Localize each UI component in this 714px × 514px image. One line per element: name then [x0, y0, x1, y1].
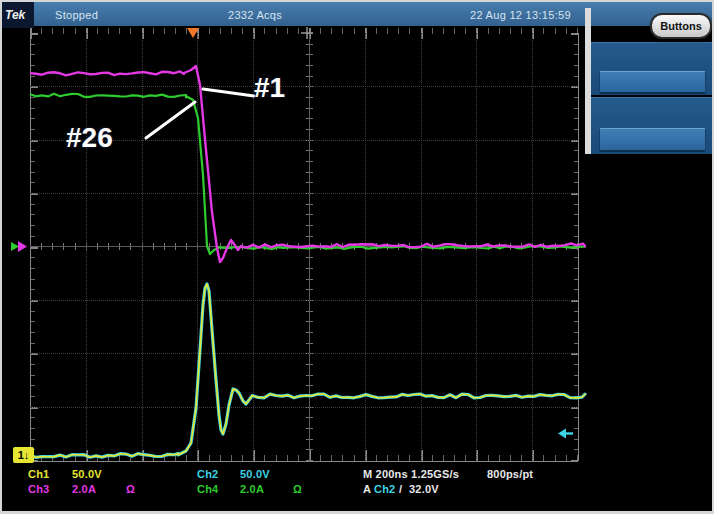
ch3-coupling: Ω — [126, 483, 135, 495]
buttons-button[interactable]: Buttons — [650, 13, 712, 39]
soft-button-2[interactable] — [599, 128, 706, 152]
ch4-label: Ch4 — [197, 483, 218, 495]
trigger-slope-icon: / — [399, 483, 402, 495]
timebase-readout: M 200ns 1.25GS/s — [363, 468, 459, 480]
ch2-scale: 50.0V — [240, 468, 270, 480]
ch4-scale: 2.0A — [240, 483, 264, 495]
pulse1-annotation: #1 — [254, 72, 285, 104]
soft-button-1[interactable] — [599, 71, 706, 94]
ch3-label: Ch3 — [28, 483, 49, 495]
oscilloscope-screen: Tek Stopped 2332 Acqs 22 Aug 12 13:15:59… — [0, 0, 714, 514]
trigger-level: 32.0V — [409, 483, 439, 495]
ch1-label: Ch1 — [28, 468, 49, 480]
trigger-prefix: A — [363, 483, 371, 495]
frame-top — [0, 0, 714, 2]
frame-left — [0, 0, 2, 514]
ch3-scale: 2.0A — [72, 483, 96, 495]
ch1-scale: 50.0V — [72, 468, 102, 480]
pulse26-annotation: #26 — [66, 122, 113, 154]
ch2-label: Ch2 — [197, 468, 218, 480]
ch1-position-marker: 1↓ — [13, 447, 34, 463]
screen-panel-divider — [585, 8, 591, 154]
resolution-readout: 800ps/pt — [487, 468, 533, 480]
ch4-coupling: Ω — [293, 483, 302, 495]
trigger-source: Ch2 — [374, 483, 395, 495]
